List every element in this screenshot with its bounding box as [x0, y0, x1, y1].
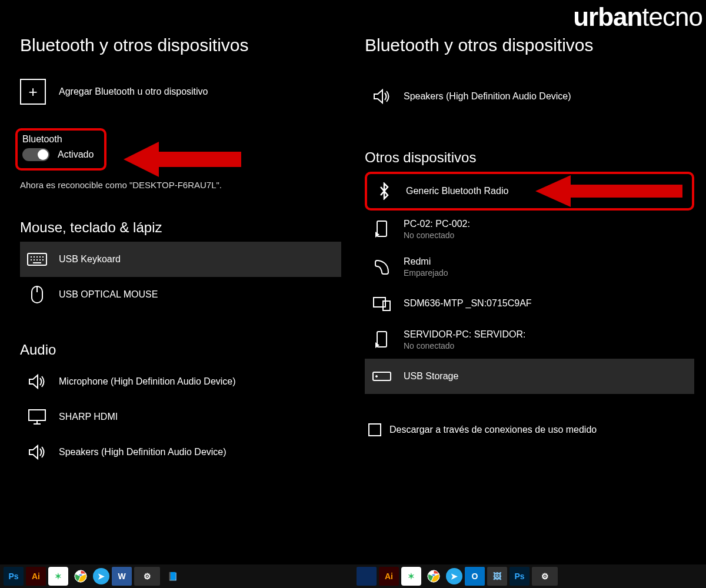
- device-name: USB Storage: [404, 371, 458, 382]
- bluetooth-icon: [374, 182, 394, 200]
- page-title: Bluetooth y otros dispositivos: [365, 35, 694, 55]
- metered-download-checkbox[interactable]: Descargar a través de conexiones de uso …: [365, 423, 694, 436]
- svg-marker-20: [374, 90, 382, 103]
- svg-marker-15: [29, 375, 38, 388]
- add-device-button[interactable]: + Agregar Bluetooth u otro dispositivo: [20, 79, 341, 105]
- device-name: Generic Bluetooth Radio: [406, 186, 508, 196]
- taskbar-blank-icon[interactable]: [560, 567, 580, 586]
- checkbox-icon: [368, 423, 381, 436]
- storage-icon: [372, 371, 392, 382]
- bluetooth-toggle-block: Bluetooth Activado: [15, 128, 106, 171]
- taskbar-chrome-icon[interactable]: [424, 567, 444, 586]
- taskbar-telegram-icon[interactable]: ➤: [446, 568, 462, 584]
- taskbar-telegram-icon[interactable]: ➤: [93, 568, 109, 584]
- speaker-icon: [27, 373, 47, 390]
- device-row[interactable]: PC-02: PC-002: No conectado: [365, 211, 694, 248]
- taskbar: Ps Ai ✶ ➤ W ⚙ 📘 Ai ✶ ➤ O 🖼 Ps ⚙: [0, 564, 706, 588]
- taskbar-evernote-icon[interactable]: ✶: [401, 567, 421, 586]
- add-device-label: Agregar Bluetooth u otro dispositivo: [59, 86, 208, 97]
- device-row[interactable]: SDM636-MTP _SN:0715C9AF: [365, 286, 694, 321]
- device-name: SERVIDOR-PC: SERVIDOR:: [404, 329, 525, 340]
- bluetooth-state: Activado: [58, 149, 94, 160]
- settings-pane-right: Bluetooth y otros dispositivos Speakers …: [353, 0, 706, 564]
- taskbar-settings-icon[interactable]: ⚙: [532, 567, 558, 586]
- section-heading-audio: Audio: [20, 342, 341, 358]
- section-heading-other: Otros dispositivos: [365, 149, 694, 166]
- bluetooth-label: Bluetooth: [22, 134, 94, 145]
- cast-icon: [372, 220, 392, 239]
- speaker-icon: [27, 444, 47, 460]
- device-row[interactable]: Redmi Emparejado: [365, 248, 694, 286]
- device-status: Emparejado: [404, 268, 448, 278]
- discoverable-text: Ahora es reconocible como "DESKTOP-F6RAU…: [20, 180, 341, 190]
- device-row[interactable]: USB OPTICAL MOUSE: [20, 277, 341, 312]
- settings-pane-left: Bluetooth y otros dispositivos + Agregar…: [0, 0, 353, 564]
- taskbar-notepad-icon[interactable]: 📘: [162, 567, 182, 586]
- taskbar-photoshop-icon[interactable]: Ps: [509, 567, 530, 586]
- device-row[interactable]: USB Keykoard: [20, 242, 341, 277]
- page-title: Bluetooth y otros dispositivos: [20, 35, 341, 55]
- taskbar-photoshop-icon[interactable]: Ps: [4, 567, 24, 586]
- device-status: No conectado: [404, 230, 470, 240]
- phone-icon: [372, 259, 392, 275]
- svg-rect-16: [29, 410, 45, 420]
- taskbar-outlook-icon[interactable]: O: [465, 567, 485, 586]
- red-arrow-icon: [124, 139, 241, 180]
- monitor-icon: [27, 409, 47, 425]
- section-heading-mouse: Mouse, teclado & lápiz: [20, 219, 341, 236]
- device-row[interactable]: Microphone (High Definition Audio Device…: [20, 364, 341, 399]
- svg-point-27: [376, 376, 378, 377]
- svg-marker-19: [29, 446, 38, 459]
- taskbar-settings-icon[interactable]: ⚙: [134, 567, 160, 586]
- taskbar-left: Ps Ai ✶ ➤ W ⚙ 📘: [0, 564, 353, 588]
- plus-icon: +: [20, 79, 46, 105]
- taskbar-word-icon[interactable]: W: [112, 567, 132, 586]
- taskbar-illustrator-icon[interactable]: Ai: [379, 567, 399, 586]
- device-name: PC-02: PC-002:: [404, 219, 470, 229]
- device-name: SDM636-MTP _SN:0715C9AF: [404, 298, 532, 309]
- device-name: Speakers (High Definition Audio Device): [59, 447, 227, 457]
- taskbar-evernote-icon[interactable]: ✶: [48, 567, 68, 586]
- taskbar-illustrator-icon[interactable]: Ai: [26, 567, 46, 586]
- checkbox-label: Descargar a través de conexiones de uso …: [389, 425, 597, 435]
- taskbar-right: Ai ✶ ➤ O 🖼 Ps ⚙: [353, 564, 706, 588]
- device-status: No conectado: [404, 341, 525, 350]
- device-name: SHARP HDMI: [59, 412, 118, 422]
- taskbar-gallery-icon[interactable]: 🖼: [487, 567, 507, 586]
- cast-icon: [372, 330, 392, 349]
- keyboard-icon: [27, 253, 47, 266]
- device-name: USB OPTICAL MOUSE: [59, 289, 158, 300]
- device-row[interactable]: SERVIDOR-PC: SERVIDOR: No conectado: [365, 321, 694, 359]
- speaker-icon: [372, 88, 392, 105]
- svg-marker-0: [124, 142, 241, 177]
- device-row[interactable]: USB Storage: [365, 359, 694, 394]
- device-name: Redmi: [404, 256, 448, 267]
- taskbar-blank-icon[interactable]: [357, 567, 377, 586]
- device-row[interactable]: SHARP HDMI: [20, 399, 341, 435]
- device-row-bluetooth-radio[interactable]: Generic Bluetooth Radio: [365, 172, 694, 211]
- device-row[interactable]: Speakers (High Definition Audio Device): [365, 79, 694, 114]
- device-name: Microphone (High Definition Audio Device…: [59, 376, 236, 387]
- device-row[interactable]: Speakers (High Definition Audio Device): [20, 435, 341, 470]
- taskbar-chrome-icon[interactable]: [71, 567, 91, 586]
- devices-icon: [372, 295, 392, 312]
- bluetooth-toggle[interactable]: Activado: [22, 148, 94, 161]
- device-name: Speakers (High Definition Audio Device): [404, 91, 571, 102]
- mouse-icon: [27, 285, 47, 304]
- toggle-switch-icon: [22, 148, 49, 161]
- svg-rect-24: [383, 301, 390, 310]
- device-name: USB Keykoard: [59, 254, 121, 265]
